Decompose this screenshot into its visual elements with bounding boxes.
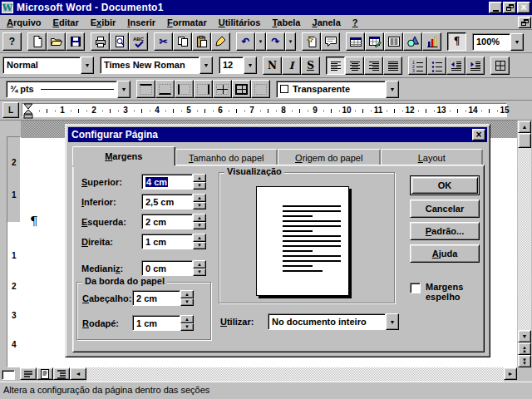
scroll-left-button[interactable]: ◄: [70, 367, 86, 380]
underline-button[interactable]: S: [301, 57, 320, 75]
indent-markers[interactable]: [23, 101, 33, 121]
spin-down-button[interactable]: ▼: [193, 182, 206, 190]
close-button[interactable]: ×: [517, 2, 530, 13]
spin-up-button[interactable]: ▲: [193, 234, 206, 242]
drawing-button[interactable]: [403, 32, 422, 51]
print-button[interactable]: [91, 32, 110, 51]
spin-up-button[interactable]: ▲: [193, 214, 206, 222]
vertical-scroll-track[interactable]: [518, 148, 531, 330]
undo-button[interactable]: ↶: [236, 32, 255, 51]
spin-up-button[interactable]: ▲: [193, 260, 206, 268]
borders-toolbar-toggle-button[interactable]: [490, 57, 510, 75]
align-right-button[interactable]: [364, 57, 383, 75]
scroll-down-button[interactable]: ▼: [518, 330, 531, 342]
bold-button[interactable]: N: [263, 57, 282, 75]
border-bottom-button[interactable]: [155, 80, 175, 98]
show-paragraph-marks-button[interactable]: ¶: [447, 32, 466, 51]
undo-dropdown-button[interactable]: ▼: [255, 32, 266, 51]
copy-button[interactable]: [173, 32, 192, 51]
tab-margens[interactable]: Margens: [72, 146, 175, 165]
menu-tabela[interactable]: Tabela: [266, 16, 306, 29]
menu-utilitarios[interactable]: Utilitários: [213, 16, 267, 29]
normal-view-button[interactable]: [20, 367, 37, 380]
insert-table-button[interactable]: [346, 32, 365, 51]
vertical-scroll-thumb[interactable]: [518, 133, 531, 148]
menu-formatar[interactable]: Formatar: [161, 16, 213, 29]
tab-layout[interactable]: Layout: [381, 149, 484, 165]
previous-page-button[interactable]: ▲▲: [518, 342, 531, 355]
scroll-right-button[interactable]: ►: [504, 367, 517, 380]
scroll-split-box[interactable]: [2, 370, 15, 380]
line-style-value[interactable]: ¾ pts: [6, 81, 117, 98]
border-none-button[interactable]: [251, 80, 270, 98]
esquerda-field[interactable]: 2 cm: [141, 214, 193, 229]
border-outside-button[interactable]: [232, 80, 251, 98]
align-left-button[interactable]: [326, 57, 345, 75]
menu-ajuda[interactable]: ?: [347, 16, 364, 29]
zoom-dropdown-button[interactable]: ▼: [510, 33, 524, 51]
spelling-button[interactable]: ABC: [129, 32, 148, 51]
spin-up-button[interactable]: ▲: [193, 174, 206, 182]
font-size-value[interactable]: 12: [219, 57, 244, 74]
scroll-up-button[interactable]: ▲: [518, 121, 531, 133]
page-layout-view-button[interactable]: [37, 367, 53, 380]
print-preview-button[interactable]: [110, 32, 129, 51]
new-document-button[interactable]: [27, 32, 47, 51]
redo-dropdown-button[interactable]: ▼: [285, 32, 296, 51]
border-right-button[interactable]: [194, 80, 213, 98]
italic-button[interactable]: I: [282, 57, 301, 75]
spin-down-button[interactable]: ▼: [193, 222, 206, 230]
spin-up-button[interactable]: ▲: [180, 290, 194, 298]
next-page-button[interactable]: ▼▼: [518, 355, 531, 367]
font-value[interactable]: Times New Roman: [100, 57, 200, 74]
columns-button[interactable]: [384, 32, 403, 51]
paste-button[interactable]: [192, 32, 211, 51]
spin-down-button[interactable]: ▼: [193, 268, 206, 277]
shading-value[interactable]: Transparente: [276, 81, 386, 98]
format-painter-button[interactable]: [211, 32, 230, 51]
redo-button[interactable]: ↷: [266, 32, 285, 51]
spin-down-button[interactable]: ▼: [180, 298, 194, 307]
decrease-indent-button[interactable]: [446, 57, 466, 75]
border-top-button[interactable]: [136, 80, 155, 98]
rodape-field[interactable]: 1 cm: [132, 315, 180, 331]
border-left-button[interactable]: [175, 80, 194, 98]
word-app-icon[interactable]: W: [2, 2, 13, 13]
save-button[interactable]: [66, 32, 85, 51]
font-size-dropdown-button[interactable]: ▼: [244, 57, 257, 74]
menu-exibir[interactable]: Exibir: [85, 16, 122, 29]
document-restore-button[interactable]: [518, 17, 531, 28]
dialog-close-button[interactable]: ×: [472, 129, 485, 140]
menu-inserir[interactable]: Inserir: [121, 16, 161, 29]
menu-arquivo[interactable]: Arquivo: [1, 16, 47, 29]
spin-down-button[interactable]: ▼: [193, 202, 206, 210]
insert-autotext-button[interactable]: [321, 32, 340, 51]
spin-up-button[interactable]: ▲: [180, 315, 194, 323]
default-button[interactable]: Padrão...: [410, 222, 480, 240]
inferior-field[interactable]: 2,5 cm: [141, 194, 193, 209]
align-center-button[interactable]: [345, 57, 364, 75]
cabecalho-field[interactable]: 2 cm: [132, 290, 180, 306]
spin-down-button[interactable]: ▼: [180, 323, 194, 332]
superior-field[interactable]: 4 cm: [141, 174, 193, 190]
style-value[interactable]: Normal: [2, 57, 81, 74]
justify-button[interactable]: [383, 57, 402, 75]
tab-origem-do-papel[interactable]: Origem do papel: [278, 149, 381, 165]
tab-alignment-selector[interactable]: L: [2, 102, 19, 118]
numbered-list-button[interactable]: 123: [408, 57, 427, 75]
open-button[interactable]: [47, 32, 66, 51]
direita-field[interactable]: 1 cm: [141, 234, 193, 249]
ok-button[interactable]: OK: [411, 177, 478, 194]
bulleted-list-button[interactable]: [427, 57, 446, 75]
menu-editar[interactable]: Editar: [47, 16, 85, 29]
autoformat-button[interactable]: [302, 32, 321, 51]
zoom-value[interactable]: 100%: [472, 33, 510, 51]
menu-janela[interactable]: Janela: [307, 16, 347, 29]
style-dropdown-button[interactable]: ▼: [81, 57, 94, 74]
spin-up-button[interactable]: ▲: [193, 194, 206, 202]
apply-to-value[interactable]: No documento inteiro: [268, 313, 386, 330]
cut-button[interactable]: ✂: [154, 32, 173, 51]
insert-excel-sheet-button[interactable]: [365, 32, 384, 51]
apply-to-dropdown-button[interactable]: ▼: [386, 313, 399, 330]
increase-indent-button[interactable]: [466, 57, 485, 75]
